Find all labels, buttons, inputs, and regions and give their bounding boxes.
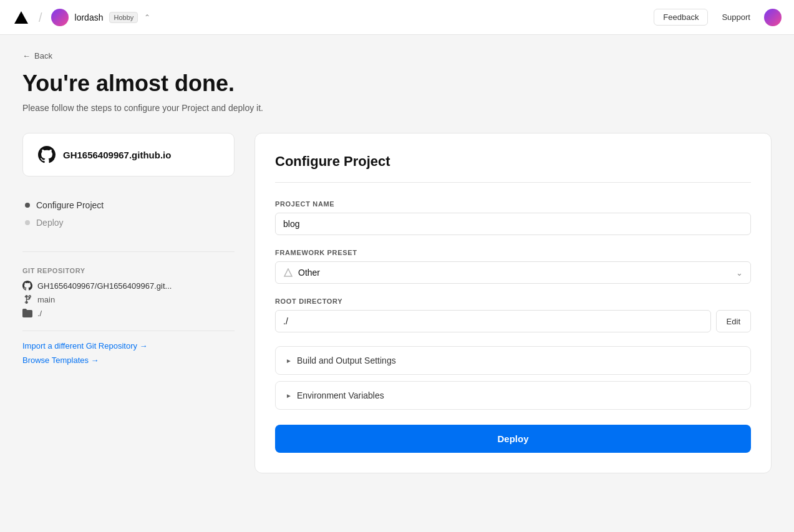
main-content: ← Back You're almost done. Please follow… [0,0,794,473]
project-name-field-group: PROJECT NAME [275,200,751,235]
back-link[interactable]: ← Back [22,51,52,60]
import-different-repo-link[interactable]: Import a different Git Repository → [22,341,235,351]
env-vars-arrow-icon: ► [286,392,292,399]
steps-divider [22,251,235,252]
header: / lordash Hobby ⌃ Feedback Support [0,0,794,35]
git-info-section: GIT REPOSITORY GH1656409967/GH1656409967… [22,267,235,318]
git-branch-name: main [37,295,55,304]
back-label: Back [34,51,52,60]
feedback-button[interactable]: Feedback [654,9,708,26]
browse-templates-link[interactable]: Browse Templates → [22,355,235,365]
edit-root-dir-button[interactable]: Edit [716,310,751,332]
user-avatar[interactable] [764,9,782,26]
header-left: / lordash Hobby ⌃ [12,9,150,26]
github-icon [38,146,56,163]
framework-preset-field-group: FRAMEWORK PRESET Other ⌄ [275,249,751,284]
configure-project-panel: Configure Project PROJECT NAME FRAMEWORK… [254,133,772,473]
git-divider [22,331,235,331]
page-title: You're almost done. [22,70,772,97]
step-deploy-label: Deploy [36,218,64,228]
project-name-label: PROJECT NAME [275,200,751,208]
build-settings-arrow-icon: ► [286,357,292,364]
workspace-chevron-icon[interactable]: ⌃ [144,13,150,22]
build-output-settings-header[interactable]: ► Build and Output Settings [276,347,750,374]
root-directory-input[interactable] [275,310,711,332]
hobby-badge: Hobby [109,12,138,23]
git-dir-name: ./ [37,309,42,318]
step-dot-deploy [25,220,30,225]
framework-preset-select[interactable]: Other ⌄ [275,261,751,284]
build-settings-label: Build and Output Settings [297,355,396,365]
env-variables-accordion: ► Environment Variables [275,381,751,410]
github-small-icon [22,281,32,291]
back-arrow-icon: ← [22,51,31,60]
page-subtitle: Please follow the steps to configure you… [22,103,772,113]
step-deploy: Deploy [25,214,235,231]
support-button[interactable]: Support [715,9,757,25]
repo-card-name: GH1656409967.github.io [63,150,171,160]
framework-chevron-icon: ⌄ [736,268,743,278]
content-area: GH1656409967.github.io Configure Project… [22,133,772,473]
folder-icon [22,308,32,318]
step-configure-label: Configure Project [36,200,104,210]
git-section-label: GIT REPOSITORY [22,267,235,274]
vercel-logo[interactable] [12,9,30,26]
repo-card: GH1656409967.github.io [22,133,235,177]
steps-section: Configure Project Deploy [22,196,235,231]
root-dir-input-row: Edit [275,310,751,332]
deploy-button[interactable]: Deploy [275,425,751,453]
left-panel: GH1656409967.github.io Configure Project… [22,133,235,365]
project-name-input[interactable] [275,213,751,235]
framework-triangle-icon [283,268,293,278]
header-right: Feedback Support [654,9,782,26]
framework-preset-label: FRAMEWORK PRESET [275,249,751,256]
framework-value: Other [298,268,320,278]
header-separator: / [36,11,45,24]
workspace-name: lordash [75,12,104,22]
step-configure: Configure Project [25,196,235,214]
root-directory-label: ROOT DIRECTORY [275,297,751,305]
framework-select-left: Other [283,268,320,278]
branch-icon [22,294,32,304]
env-vars-label: Environment Variables [297,390,384,400]
configure-project-title: Configure Project [275,153,751,183]
git-branch-line: main [22,294,235,304]
git-dir-line: ./ [22,308,235,318]
git-repo-line: GH1656409967/GH1656409967.git... [22,281,235,291]
git-repo-name: GH1656409967/GH1656409967.git... [37,281,172,291]
step-dot-configure [25,203,30,208]
env-variables-header[interactable]: ► Environment Variables [276,382,750,409]
root-directory-field-group: ROOT DIRECTORY Edit [275,297,751,332]
workspace-avatar [51,9,69,26]
build-output-settings-accordion: ► Build and Output Settings [275,346,751,375]
